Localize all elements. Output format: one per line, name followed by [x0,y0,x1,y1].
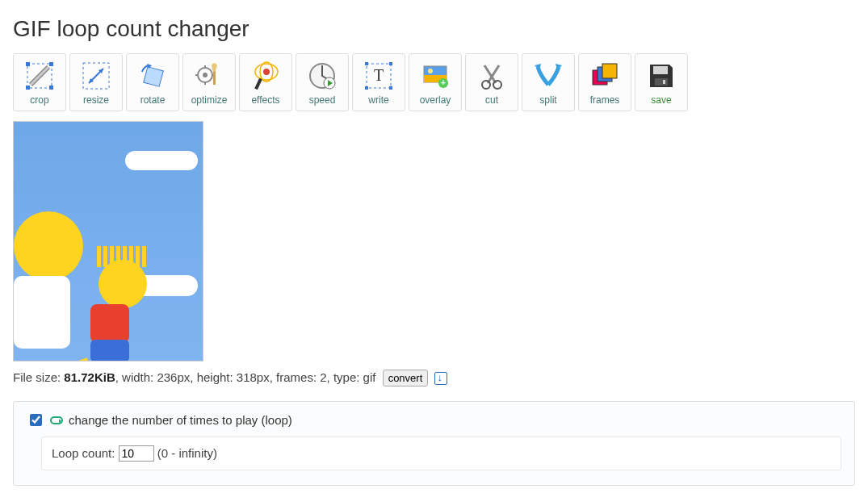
loop-option-label: change the number of times to play (loop… [69,413,292,427]
crop-label: crop [30,94,48,106]
svg-rect-24 [365,86,368,90]
file-info: File size: 81.72KiB, width: 236px, heigh… [13,370,855,386]
rotate-icon [136,59,170,93]
width-value: 236px [157,370,190,384]
svg-rect-22 [365,62,368,65]
loop-subpanel: Loop count: (0 - infinity) [41,437,841,470]
effects-icon [249,59,283,93]
loop-checkbox[interactable] [30,414,42,426]
svg-rect-39 [655,78,668,86]
loop-count-label: Loop count: [52,446,115,460]
split-icon [531,59,565,93]
size-value: 81.72KiB [64,370,115,384]
frames-label: , frames: [270,370,321,384]
svg-rect-16 [254,78,262,90]
size-label: File size: [13,370,64,384]
cut-button[interactable]: cut [465,53,518,111]
optimize-button[interactable]: optimize [182,53,236,111]
frames-label: frames [590,94,620,106]
overlay-button[interactable]: + overlay [409,53,462,111]
optimize-icon [192,59,226,93]
overlay-icon: + [418,59,452,93]
svg-rect-25 [389,86,392,90]
height-label: , height: [190,370,237,384]
effects-button[interactable]: effects [239,53,292,111]
cut-label: cut [485,94,498,106]
save-button[interactable]: save [635,53,688,111]
effects-label: effects [251,94,279,106]
svg-text:+: + [441,78,446,87]
svg-rect-23 [389,62,392,65]
svg-rect-2 [49,62,53,66]
frames-value: 2 [320,370,326,384]
save-icon [644,59,678,93]
speed-button[interactable]: speed [296,53,349,111]
page-title: GIF loop count changer [13,16,855,42]
crop-button[interactable]: crop [13,53,66,111]
svg-rect-8 [144,67,163,86]
write-icon: T [362,59,396,93]
frames-button[interactable]: frames [578,53,631,111]
height-value: 318px [237,370,270,384]
speed-label: speed [309,94,336,106]
svg-point-15 [263,69,270,75]
split-button[interactable]: split [522,53,575,111]
save-label: save [651,94,671,106]
svg-text:T: T [374,66,384,84]
resize-label: resize [83,94,109,106]
rotate-button[interactable]: rotate [126,53,179,111]
cut-icon [475,59,509,93]
resize-button[interactable]: resize [69,53,123,111]
svg-point-28 [428,69,433,73]
loop-count-input[interactable] [119,445,154,462]
svg-rect-3 [26,86,30,90]
split-label: split [539,94,556,106]
write-button[interactable]: T write [352,53,405,111]
svg-rect-38 [653,66,668,74]
rotate-label: rotate [140,94,166,106]
svg-rect-40 [663,80,665,84]
toolbar: crop resize rotate [13,53,855,111]
optimize-label: optimize [191,94,228,106]
loop-icon [50,416,63,424]
svg-point-11 [203,73,208,77]
type-value: gif [363,370,376,384]
type-label: , type: [327,370,363,384]
write-label: write [368,94,388,106]
svg-point-32 [493,81,501,89]
width-label: , width: [115,370,157,384]
overlay-label: overlay [420,94,451,106]
svg-point-31 [482,81,490,89]
download-icon[interactable] [434,372,447,385]
crop-icon [23,59,57,93]
gif-preview [13,121,203,361]
resize-icon [79,59,113,93]
convert-button[interactable]: convert [383,370,429,386]
loop-hint: (0 - infinity) [157,446,217,460]
loop-panel: change the number of times to play (loop… [13,401,855,486]
speed-icon [305,59,339,93]
svg-rect-1 [26,62,30,66]
svg-rect-4 [49,86,53,90]
svg-rect-37 [602,64,617,78]
frames-icon [588,59,622,93]
